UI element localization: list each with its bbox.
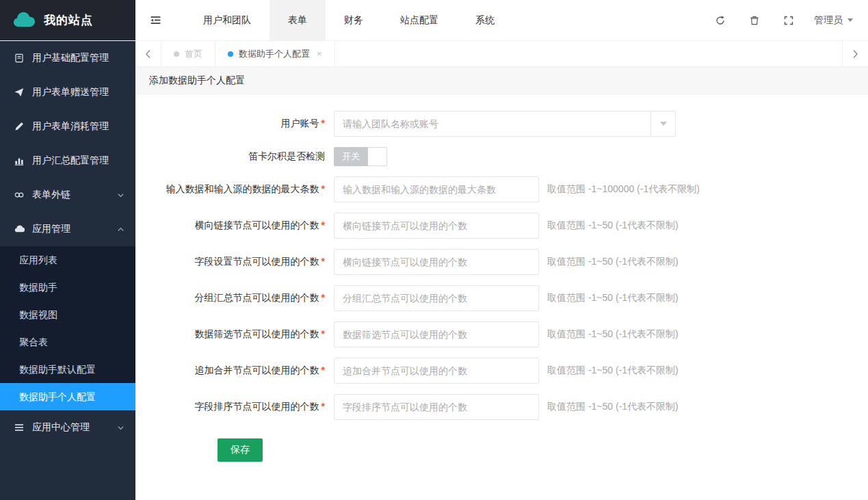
data-filter-nodes-input[interactable] bbox=[334, 321, 539, 347]
submenu-item-data-view[interactable]: 数据视图 bbox=[0, 301, 135, 328]
chevron-up-icon bbox=[117, 226, 124, 233]
sidebar-item-form-external-link[interactable]: 表单外链 bbox=[0, 178, 135, 212]
save-button[interactable]: 保存 bbox=[218, 438, 263, 462]
topnav-forms[interactable]: 表单 bbox=[269, 0, 326, 40]
sidebar-item-user-base-config[interactable]: 用户基础配置管理 bbox=[0, 41, 135, 75]
admin-menu[interactable]: 管理员 bbox=[806, 0, 868, 40]
required-asterisk: * bbox=[321, 183, 325, 194]
topnav-system[interactable]: 系统 bbox=[457, 0, 513, 40]
field-label: 字段设置节点可以使用的个数* bbox=[135, 256, 334, 268]
sidebar-item-app-management[interactable]: 应用管理 bbox=[0, 212, 135, 246]
collapse-menu-icon bbox=[150, 14, 161, 26]
toggle-knob bbox=[368, 147, 387, 166]
append-merge-nodes-input[interactable] bbox=[334, 358, 539, 384]
cloud-logo-icon bbox=[11, 12, 37, 29]
tabs-scroll-left-button[interactable] bbox=[135, 41, 161, 66]
submenu-item-aggregate-table[interactable]: 聚合表 bbox=[0, 328, 135, 356]
page-title: 添加数据助手个人配置 bbox=[149, 75, 245, 87]
submenu-item-data-helper-default-config[interactable]: 数据助手默认配置 bbox=[0, 356, 135, 383]
app-management-submenu: 应用列表 数据助手 数据视图 聚合表 数据助手默认配置 数据助手个人配置 bbox=[0, 246, 135, 410]
horizontal-link-nodes-input[interactable] bbox=[334, 213, 539, 239]
cloud-icon bbox=[14, 224, 25, 235]
form-row-max-rows: 输入数据和输入源的数据的最大条数* 取值范围 -1~100000 (-1代表不限… bbox=[135, 176, 868, 202]
topnav-finance[interactable]: 财务 bbox=[326, 0, 382, 40]
field-hint: 取值范围 -1~100000 (-1代表不限制) bbox=[547, 183, 700, 196]
required-asterisk: * bbox=[321, 292, 325, 303]
sidebar-item-label: 应用管理 bbox=[32, 223, 70, 235]
form-row-group-summary-nodes: 分组汇总节点可以使用的个数* 取值范围 -1~50 (-1代表不限制) bbox=[135, 285, 868, 311]
cartesian-check-toggle[interactable]: 开关 bbox=[334, 147, 387, 166]
required-asterisk: * bbox=[321, 328, 325, 339]
form-row-field-sort-nodes: 字段排序节点可以使用的个数* 取值范围 -1~50 (-1代表不限制) bbox=[135, 394, 868, 420]
field-label: 笛卡尔积是否检测 bbox=[135, 150, 334, 163]
account-select-input[interactable] bbox=[334, 111, 676, 137]
sidebar-item-label: 用户汇总配置管理 bbox=[32, 155, 109, 167]
form-row-append-merge-nodes: 追加合并节点可以使用的个数* 取值范围 -1~50 (-1代表不限制) bbox=[135, 358, 868, 384]
header-right: 管理员 bbox=[703, 0, 868, 40]
tab-label: 首页 bbox=[185, 48, 202, 60]
sidebar-item-label: 应用中心管理 bbox=[32, 421, 90, 434]
sidebar-item-label: 用户表单消耗管理 bbox=[32, 120, 109, 133]
sidebar-item-app-center-management[interactable]: 应用中心管理 bbox=[0, 410, 135, 445]
menu-icon bbox=[14, 422, 25, 433]
chart-icon bbox=[14, 155, 25, 166]
submenu-item-app-list[interactable]: 应用列表 bbox=[0, 246, 135, 274]
sidebar-item-user-form-consume[interactable]: 用户表单消耗管理 bbox=[0, 109, 135, 144]
tab-home[interactable]: 首页 bbox=[161, 41, 215, 66]
chevron-left-icon bbox=[145, 49, 151, 59]
required-asterisk: * bbox=[321, 365, 325, 376]
form-row-field-setting-nodes: 字段设置节点可以使用的个数* 取值范围 -1~50 (-1代表不限制) bbox=[135, 249, 868, 275]
field-hint: 取值范围 -1~50 (-1代表不限制) bbox=[547, 328, 679, 341]
sidebar-item-user-summary-config[interactable]: 用户汇总配置管理 bbox=[0, 144, 135, 178]
chevron-right-icon bbox=[852, 49, 858, 59]
field-label: 用户账号* bbox=[135, 118, 334, 130]
required-asterisk: * bbox=[321, 118, 325, 129]
submenu-item-data-helper[interactable]: 数据助手 bbox=[0, 274, 135, 301]
field-setting-nodes-input[interactable] bbox=[334, 249, 539, 275]
tab-bar: 首页 数据助手个人配置 × bbox=[135, 41, 868, 67]
field-hint: 取值范围 -1~50 (-1代表不限制) bbox=[547, 365, 679, 377]
form-panel: 用户账号* 笛卡尔积是否检测 开关 输入数据和输入源的数据的最大条数* bbox=[135, 94, 868, 500]
group-summary-nodes-input[interactable] bbox=[334, 285, 539, 311]
account-select[interactable] bbox=[334, 111, 676, 137]
select-dropdown-button[interactable] bbox=[650, 111, 675, 136]
tabs-scroll-right-button[interactable] bbox=[842, 41, 868, 66]
field-hint: 取值范围 -1~50 (-1代表不限制) bbox=[547, 401, 679, 413]
header-main: 用户和团队 表单 财务 站点配置 系统 bbox=[135, 0, 868, 40]
sidebar-collapse-button[interactable] bbox=[135, 0, 175, 40]
header: 我的站点 用户和团队 表单 财务 站点配置 系统 bbox=[0, 0, 868, 41]
field-label: 分组汇总节点可以使用的个数* bbox=[135, 292, 334, 304]
topnav-site-config[interactable]: 站点配置 bbox=[382, 0, 457, 40]
max-rows-input[interactable] bbox=[334, 176, 539, 202]
form-row-cartesian-check: 笛卡尔积是否检测 开关 bbox=[135, 147, 868, 166]
form-row-data-filter-nodes: 数据筛选节点可以使用的个数* 取值范围 -1~50 (-1代表不限制) bbox=[135, 321, 868, 347]
chevron-down-icon bbox=[117, 424, 124, 432]
required-asterisk: * bbox=[321, 220, 325, 231]
field-label: 追加合并节点可以使用的个数* bbox=[135, 365, 334, 377]
clear-cache-button[interactable] bbox=[737, 0, 772, 40]
fullscreen-button[interactable] bbox=[772, 0, 806, 40]
sidebar-item-label: 用户基础配置管理 bbox=[32, 52, 109, 64]
field-hint: 取值范围 -1~50 (-1代表不限制) bbox=[547, 220, 679, 232]
field-sort-nodes-input[interactable] bbox=[334, 394, 539, 420]
submenu-item-data-helper-personal-config[interactable]: 数据助手个人配置 bbox=[0, 383, 135, 410]
tab-data-helper-personal-config[interactable]: 数据助手个人配置 × bbox=[215, 41, 335, 66]
top-navigation: 用户和团队 表单 财务 站点配置 系统 bbox=[185, 0, 513, 40]
content-area: 首页 数据助手个人配置 × 添加数据助手个人配置 用户账号* bbox=[135, 41, 868, 500]
logo[interactable]: 我的站点 bbox=[0, 0, 135, 40]
book-icon bbox=[14, 53, 25, 64]
sidebar-item-label: 表单外链 bbox=[32, 189, 70, 201]
refresh-icon bbox=[715, 15, 726, 26]
form-row-account: 用户账号* bbox=[135, 111, 868, 137]
app-root: 我的站点 用户和团队 表单 财务 站点配置 系统 bbox=[0, 0, 868, 500]
chevron-down-icon bbox=[117, 192, 124, 199]
pen-icon bbox=[14, 121, 25, 132]
tab-label: 数据助手个人配置 bbox=[239, 48, 310, 60]
sidebar-item-user-form-gift[interactable]: 用户表单赠送管理 bbox=[0, 75, 135, 109]
admin-label: 管理员 bbox=[814, 14, 843, 27]
field-label: 横向链接节点可以使用的个数* bbox=[135, 220, 334, 232]
tab-close-icon[interactable]: × bbox=[317, 49, 322, 59]
topnav-users-teams[interactable]: 用户和团队 bbox=[185, 0, 269, 40]
field-label: 输入数据和输入源的数据的最大条数* bbox=[135, 183, 334, 196]
refresh-button[interactable] bbox=[703, 0, 737, 40]
